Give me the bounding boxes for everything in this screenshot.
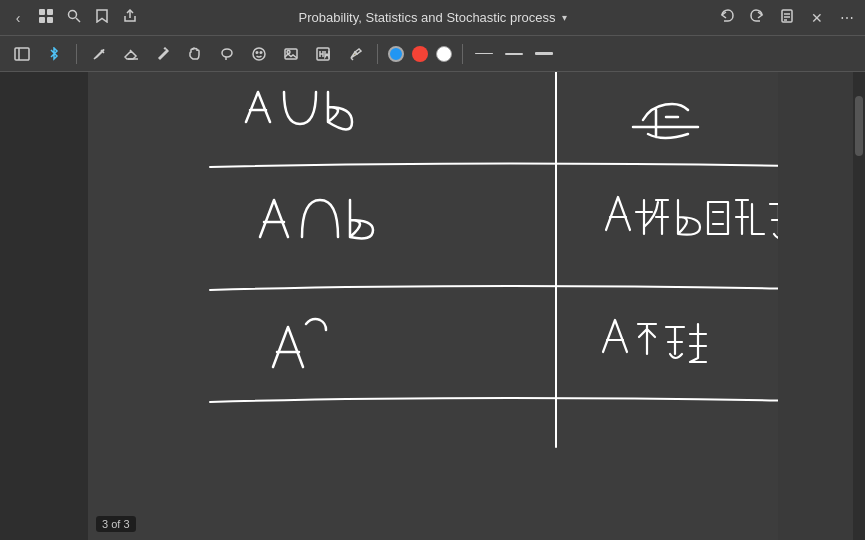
page-indicator: 3 of 3 — [96, 516, 136, 532]
h-line-top — [210, 164, 778, 168]
more-options-button[interactable]: ⋯ — [837, 10, 857, 26]
sidebar-toggle-button[interactable] — [8, 40, 36, 68]
page-indicator-text: 3 of 3 — [102, 518, 130, 530]
svg-line-22 — [351, 58, 353, 60]
search-icon[interactable] — [64, 9, 84, 26]
color-blue-swatch[interactable] — [388, 46, 404, 62]
right-sidebar[interactable] — [853, 72, 865, 540]
text-tool-button[interactable] — [309, 40, 337, 68]
svg-rect-11 — [15, 48, 29, 60]
color-red-swatch[interactable] — [412, 46, 428, 62]
svg-point-17 — [256, 51, 258, 53]
toolbar-divider-3 — [462, 44, 463, 64]
grid-view-icon[interactable] — [36, 8, 56, 27]
document-icon[interactable] — [777, 9, 797, 26]
thickness-thick-button[interactable] — [531, 48, 557, 59]
hand-tool-button[interactable] — [181, 40, 209, 68]
blackboard[interactable]: 3 of 3 — [88, 72, 778, 540]
scrollbar-thumb[interactable] — [855, 96, 863, 156]
drawing-canvas[interactable] — [88, 72, 778, 540]
document-title: Probability, Statistics and Stochastic p… — [299, 10, 556, 25]
main-content: 3 of 3 — [0, 72, 865, 540]
back-button[interactable]: ‹ — [8, 10, 28, 26]
thickness-thin-button[interactable] — [471, 49, 497, 58]
undo-button[interactable] — [717, 9, 737, 26]
pen-tool-button[interactable] — [85, 40, 113, 68]
left-sidebar — [0, 72, 88, 540]
svg-line-5 — [76, 18, 80, 22]
eraser-tool-button[interactable] — [117, 40, 145, 68]
highlighter-tool-button[interactable] — [341, 40, 369, 68]
svg-rect-1 — [47, 9, 53, 15]
image-tool-button[interactable] — [277, 40, 305, 68]
title-bar-right: ✕ ⋯ — [717, 9, 857, 26]
toolbar-divider-1 — [76, 44, 77, 64]
thickness-medium-button[interactable] — [501, 49, 527, 59]
dropdown-icon[interactable]: ▾ — [562, 12, 567, 23]
text-aub — [246, 92, 698, 138]
emoji-tool-button[interactable] — [245, 40, 273, 68]
bookmark-icon[interactable] — [92, 9, 112, 26]
svg-rect-3 — [47, 17, 53, 23]
svg-point-18 — [260, 51, 262, 53]
svg-point-4 — [69, 11, 77, 19]
pencil-tool-button[interactable] — [149, 40, 177, 68]
lasso-tool-button[interactable] — [213, 40, 241, 68]
close-button[interactable]: ✕ — [807, 10, 827, 26]
svg-point-15 — [222, 49, 232, 57]
bluetooth-icon[interactable] — [40, 40, 68, 68]
h-line-bottom — [210, 398, 778, 402]
color-white-swatch[interactable] — [436, 46, 452, 62]
text-a-intersect-b — [260, 200, 373, 238]
h-line-middle — [210, 286, 778, 290]
text-a-not-happen — [603, 320, 706, 362]
svg-point-20 — [287, 50, 290, 53]
text-ac — [273, 319, 326, 367]
toolbar-divider-2 — [377, 44, 378, 64]
redo-button[interactable] — [747, 9, 767, 26]
title-bar-center: Probability, Statistics and Stochastic p… — [299, 10, 567, 25]
toolbar — [0, 36, 865, 72]
share-icon[interactable] — [120, 9, 140, 26]
svg-rect-2 — [39, 17, 45, 23]
svg-point-16 — [253, 48, 265, 60]
text-aAndB — [606, 197, 778, 240]
title-bar: ‹ P — [0, 0, 865, 36]
title-bar-left: ‹ — [8, 8, 140, 27]
svg-rect-0 — [39, 9, 45, 15]
